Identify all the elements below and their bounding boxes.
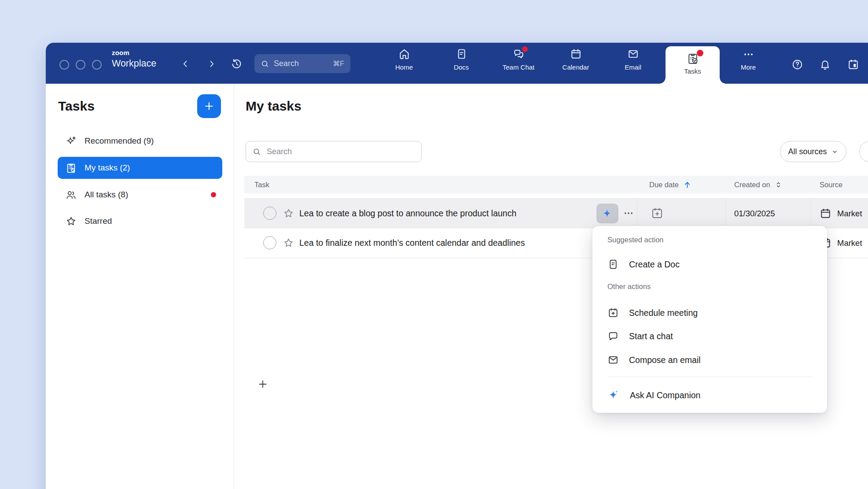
nav-tab-home[interactable]: Home (381, 48, 427, 81)
chat-bubble-icon (607, 330, 619, 342)
ai-companion-button[interactable] (596, 204, 618, 223)
notification-badge (697, 50, 703, 56)
plus-icon (203, 100, 215, 112)
task-complete-checkbox[interactable] (263, 236, 276, 249)
sidebar-title: Tasks (58, 99, 95, 114)
search-placeholder: Search (274, 59, 333, 68)
sidebar-item-starred[interactable]: Starred (58, 210, 222, 232)
help-icon[interactable] (791, 59, 803, 70)
tasks-sidebar: Tasks Recommended (9) My (46, 84, 234, 489)
star-icon (65, 215, 77, 227)
logo-zoom-text: zoom (112, 49, 156, 56)
back-icon[interactable] (180, 59, 190, 69)
page-title: My tasks (246, 99, 302, 114)
search-icon (252, 147, 261, 156)
star-icon[interactable] (283, 207, 294, 219)
table-row[interactable]: Lea to create a blog post to announce th… (244, 198, 868, 228)
users-icon (65, 189, 77, 201)
sort-toggle-icon[interactable] (774, 181, 783, 189)
menu-item-create-doc[interactable]: Create a Doc (607, 253, 812, 275)
notification-badge (522, 46, 528, 52)
row-more-actions-icon[interactable] (623, 207, 634, 219)
add-task-button[interactable] (197, 94, 221, 118)
nav-tab-team-chat[interactable]: Team Chat (496, 48, 541, 81)
top-navigation-bar: zoom Workplace Search ⌘F Home Team Chat … (46, 43, 868, 84)
window-control-close[interactable] (59, 60, 69, 70)
column-header-task: Task (254, 176, 269, 193)
sources-filter-dropdown[interactable]: All sources (780, 141, 846, 162)
search-input[interactable] (266, 147, 415, 157)
created-on-value: 01/30/2025 (734, 199, 775, 228)
source-value: Market (837, 209, 862, 219)
forward-icon[interactable] (207, 59, 217, 69)
calendar-plus-icon (607, 307, 619, 319)
menu-item-ask-ai-companion[interactable]: Ask AI Companion (607, 384, 812, 406)
menu-section-label: Suggested action (607, 236, 664, 244)
ai-companion-icon (607, 389, 620, 401)
source-value: Market (837, 238, 862, 248)
column-header-created-on[interactable]: Created on (734, 176, 783, 193)
ai-actions-menu: Suggested action Create a Doc Other acti… (592, 226, 827, 413)
source-cell[interactable]: Market (820, 199, 862, 228)
notifications-bell-icon[interactable] (819, 59, 831, 70)
task-search-field[interactable] (246, 141, 422, 162)
logo-workplace-text: Workplace (112, 59, 156, 69)
zoom-workplace-logo: zoom Workplace (112, 49, 156, 69)
history-icon[interactable] (231, 58, 243, 70)
calendar-icon (570, 48, 582, 60)
search-shortcut: ⌘F (333, 59, 344, 68)
docs-icon (456, 48, 467, 60)
window-control-maximize[interactable] (92, 60, 102, 70)
nav-tab-tasks-active[interactable]: Tasks (666, 46, 720, 84)
nav-tab-more[interactable]: More (725, 48, 771, 81)
task-table-header: Task Due date Created on Source (244, 176, 868, 193)
menu-item-schedule-meeting[interactable]: Schedule meeting (607, 302, 812, 324)
sort-ascending-arrow-icon[interactable] (683, 180, 692, 189)
column-header-source: Source (820, 176, 842, 193)
nav-tab-docs[interactable]: Team Chat Docs (438, 48, 484, 81)
column-header-due-date[interactable]: Due date (649, 176, 692, 193)
add-task-plus-icon[interactable] (257, 378, 268, 390)
task-title[interactable]: Lea to create a blog post to announce th… (299, 199, 516, 228)
envelope-icon (607, 354, 619, 366)
global-search-bar[interactable]: Search ⌘F (254, 54, 350, 73)
app-window: zoom Workplace Search ⌘F Home Team Chat … (46, 43, 868, 489)
unread-dot (211, 192, 216, 197)
sidebar-item-my-tasks[interactable]: My tasks (2) (58, 157, 222, 179)
secondary-filter-button[interactable] (859, 141, 868, 162)
menu-item-compose-email[interactable]: Compose an email (607, 349, 812, 371)
clipboard-check-icon (65, 162, 77, 174)
search-icon (261, 59, 269, 68)
home-icon (398, 48, 410, 60)
menu-section-label: Other actions (607, 282, 651, 291)
more-dots-icon (743, 48, 754, 60)
email-icon (627, 48, 639, 60)
ai-companion-icon (601, 207, 614, 220)
menu-item-start-chat[interactable]: Start a chat (607, 325, 812, 347)
calendar-icon (820, 207, 831, 219)
task-title[interactable]: Lea to finalize next month’s content cal… (299, 228, 525, 258)
doc-icon (607, 259, 619, 270)
window-control-minimize[interactable] (76, 60, 85, 70)
add-due-date-icon[interactable] (651, 207, 664, 220)
menu-divider (607, 377, 812, 377)
chevron-down-icon (831, 148, 839, 156)
nav-tab-email[interactable]: Email (610, 48, 656, 81)
sparkles-icon (65, 135, 77, 147)
sidebar-item-all-tasks[interactable]: All tasks (8) (58, 184, 222, 206)
task-complete-checkbox[interactable] (263, 207, 276, 220)
nav-tab-calendar[interactable]: Calendar (553, 48, 599, 81)
sidebar-item-recommended[interactable]: Recommended (9) (58, 130, 222, 152)
calendar-today-icon[interactable] (847, 59, 859, 70)
star-icon[interactable] (283, 237, 294, 249)
